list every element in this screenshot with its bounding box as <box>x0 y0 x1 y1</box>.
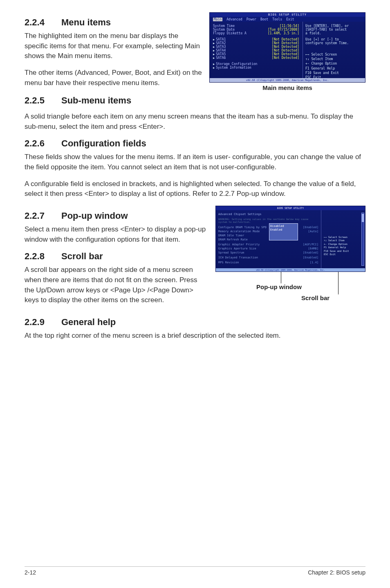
bios2-title-bar: BIOS SETUP UTILITY <box>216 206 365 210</box>
fig2-pointers: Pop-up window Scroll bar <box>215 272 365 309</box>
bios2-help-pane: ←→ Select Screen ↑↓ Select Item +- Chang… <box>321 210 365 268</box>
p-225-1: A solid triangle before each item on any… <box>25 112 365 132</box>
p-228-1: A scroll bar appears on the right side o… <box>25 265 208 305</box>
p-226-1: These fields show the values for the men… <box>25 152 365 172</box>
bios-menubar: Main Advanced Power Boot Tools Exit <box>210 17 365 22</box>
p-224-1: The highlighted item on the menu bar dis… <box>25 31 202 61</box>
label-popup: Pop-up window <box>256 283 302 290</box>
bios-footer: v02.58 (C)Copyright 1985-2008, American … <box>210 78 365 82</box>
p-227-1: Select a menu item then press <Enter> to… <box>25 224 208 245</box>
bios2-left-pane: Advanced Chipset Settings WARNING: Setti… <box>216 210 321 268</box>
fig1-caption: Main menu items <box>209 84 365 91</box>
heading-227: 2.2.7Pop-up window <box>25 211 208 221</box>
page-footer: 2-12 Chapter 2: BIOS setup <box>25 566 365 576</box>
heading-225: 2.2.5Sub-menu items <box>25 95 202 106</box>
bios-menu-exit: Exit <box>286 18 294 21</box>
chapter-label: Chapter 2: BIOS setup <box>308 569 365 576</box>
p-229-1: At the top right corner of the menu scre… <box>25 331 365 341</box>
p-224-2: The other items (Advanced, Power, Boot, … <box>25 68 202 88</box>
bios-menu-power: Power <box>247 18 256 21</box>
bios2-scrollbar <box>361 213 364 266</box>
bios-title-bar: BIOS SETUP UTILITY <box>210 13 365 17</box>
heading-229: 2.2.9General help <box>25 317 365 328</box>
bios-popup-figure: BIOS SETUP UTILITY Advanced Chipset Sett… <box>215 206 365 272</box>
bios-menu-main: Main <box>213 18 222 21</box>
page-number: 2-12 <box>25 569 36 576</box>
heading-228: 2.2.8Scroll bar <box>25 251 208 262</box>
bios-left-pane: System Time[11:56:54] System Date[Tue 07… <box>210 22 303 78</box>
bios-help-pane: Use [ENTER], [TAB], or [SHIFT-TAB] to se… <box>303 22 365 78</box>
bios-menu-tools: Tools <box>272 18 282 21</box>
bios2-popup: Disabled Enabled <box>269 223 298 240</box>
heading-226: 2.2.6Configuration fields <box>25 138 365 149</box>
bios-menu-adv: Advanced <box>226 18 242 21</box>
bios-menu-boot: Boot <box>260 18 268 21</box>
bios2-footer: v02.58 (C)Copyright 1985-2008, American … <box>216 268 365 272</box>
label-scroll: Scroll bar <box>301 294 329 301</box>
heading-224: 2.2.4Menu items <box>25 17 202 28</box>
p-226-2: A configurable field is enclosed in brac… <box>25 179 365 199</box>
bios-main-figure: BIOS SETUP UTILITY Main Advanced Power B… <box>209 12 365 83</box>
